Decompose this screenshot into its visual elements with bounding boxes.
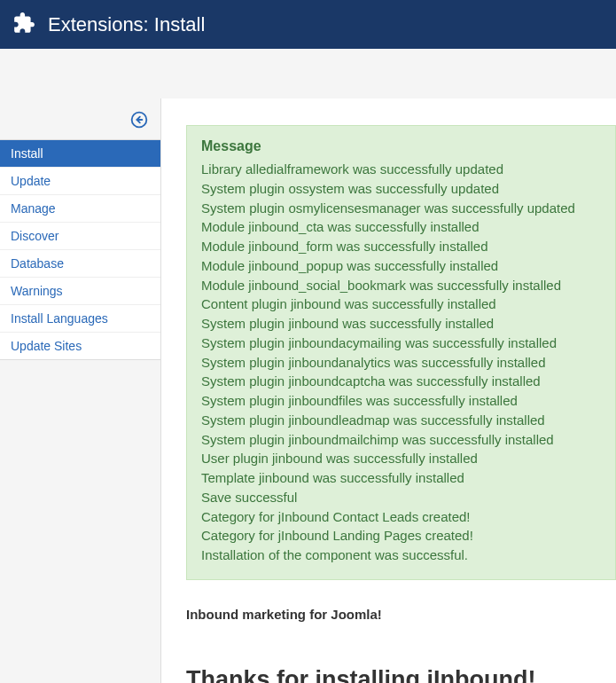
message-line: Installation of the component was succes… [201, 546, 601, 565]
message-line: Content plugin jinbound was successfully… [201, 294, 601, 314]
message-line: System plugin jinboundacymailing was suc… [201, 334, 601, 353]
sidebar-item-update[interactable]: Update [0, 168, 160, 195]
sidebar-item-warnings[interactable]: Warnings [0, 278, 160, 305]
message-line: System plugin osmylicensesmanager was su… [201, 199, 601, 218]
component-subtitle: Inbound marketing for Joomla! [186, 607, 616, 622]
message-line: System plugin jinboundfiles was successf… [201, 391, 601, 411]
main-content: Message Library alledialframework was su… [161, 98, 616, 683]
message-line: System plugin jinboundleadmap was succes… [201, 411, 601, 430]
page-title: Extensions: Install [48, 13, 205, 36]
message-line: User plugin jinbound was successfully in… [201, 449, 601, 468]
message-line: Save successful [201, 488, 601, 507]
message-box: Message Library alledialframework was su… [186, 125, 616, 580]
sidebar: InstallUpdateManageDiscoverDatabaseWarni… [0, 98, 161, 683]
toolbar-area [0, 49, 616, 98]
message-line: System plugin ossystem was successfully … [201, 179, 601, 199]
app-header: Extensions: Install [0, 0, 616, 49]
message-line: Module jinbound_popup was successfully i… [201, 256, 601, 276]
message-line: System plugin jinboundmailchimp was succ… [201, 430, 601, 450]
thanks-heading: Thanks for installing jInbound! [186, 666, 616, 683]
sidebar-item-discover[interactable]: Discover [0, 223, 160, 250]
sidebar-item-install-languages[interactable]: Install Languages [0, 305, 160, 333]
message-line: Module jinbound_form was successfully in… [201, 237, 601, 256]
message-line: Template jinbound was successfully insta… [201, 468, 601, 488]
arrow-left-circle-icon [130, 111, 148, 132]
sidebar-item-install[interactable]: Install [0, 140, 160, 168]
message-line: Module jinbound_cta was successfully ins… [201, 217, 601, 237]
message-line: Library alledialframework was successful… [201, 160, 601, 179]
message-line: Category for jInbound Landing Pages crea… [201, 526, 601, 546]
message-line: System plugin jinboundanalytics was succ… [201, 353, 601, 373]
sidebar-nav: InstallUpdateManageDiscoverDatabaseWarni… [0, 139, 160, 360]
sidebar-collapse-button[interactable] [0, 106, 160, 139]
content-wrapper: InstallUpdateManageDiscoverDatabaseWarni… [0, 98, 616, 683]
message-line: System plugin jinbound was successfully … [201, 314, 601, 334]
message-title: Message [201, 138, 601, 154]
sidebar-item-update-sites[interactable]: Update Sites [0, 333, 160, 359]
message-line: Module jinbound_social_bookmark was succ… [201, 276, 601, 295]
message-line: System plugin jinboundcaptcha was succes… [201, 372, 601, 391]
sidebar-item-database[interactable]: Database [0, 250, 160, 278]
sidebar-item-manage[interactable]: Manage [0, 195, 160, 223]
message-line: Category for jInbound Contact Leads crea… [201, 507, 601, 527]
puzzle-icon [12, 12, 48, 38]
message-lines: Library alledialframework was successful… [201, 160, 601, 565]
